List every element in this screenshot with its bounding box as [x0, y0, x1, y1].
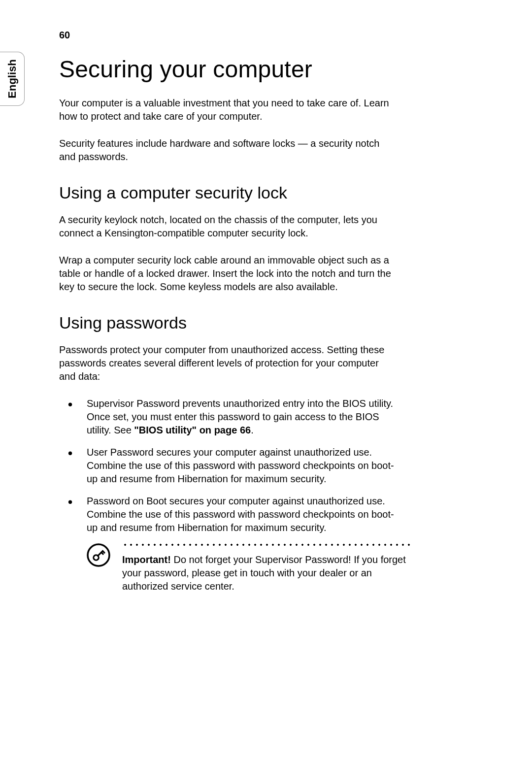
- dotted-divider: [122, 543, 414, 546]
- list-item-text: Password on Boot secures your computer a…: [87, 496, 394, 533]
- page-number: 60: [59, 30, 473, 41]
- svg-line-3: [101, 552, 103, 554]
- note-body: Important! Do not forget your Supervisor…: [122, 543, 414, 593]
- section-heading: Using passwords: [59, 313, 473, 332]
- language-tab-label: English: [6, 59, 19, 98]
- section-heading: Using a computer security lock: [59, 183, 473, 202]
- key-icon: [87, 543, 110, 567]
- cross-reference: "BIOS utility" on page 66: [134, 425, 251, 435]
- intro-paragraph: Security features include hardware and s…: [59, 137, 394, 164]
- note-lead: Important!: [122, 554, 171, 565]
- list-item-suffix: .: [251, 425, 254, 435]
- intro-paragraph: Your computer is a valuable investment t…: [59, 97, 394, 123]
- list-item: Supervisor Password prevents unauthorize…: [59, 397, 404, 437]
- svg-line-4: [102, 551, 104, 553]
- important-note: Important! Do not forget your Supervisor…: [59, 543, 414, 593]
- language-tab: English: [0, 52, 25, 106]
- list-item: Password on Boot secures your computer a…: [59, 495, 404, 534]
- note-text: Important! Do not forget your Supervisor…: [122, 553, 414, 593]
- body-paragraph: Passwords protect your computer from una…: [59, 343, 394, 383]
- list-item: User Password secures your computer agai…: [59, 446, 404, 486]
- document-page: English 60 Securing your computer Your c…: [0, 0, 532, 763]
- bullet-list: Supervisor Password prevents unauthorize…: [59, 397, 473, 534]
- page-title: Securing your computer: [59, 56, 473, 83]
- body-paragraph: Wrap a computer security lock cable arou…: [59, 254, 394, 294]
- list-item-text: User Password secures your computer agai…: [87, 447, 394, 484]
- body-paragraph: A security keylock notch, located on the…: [59, 213, 394, 240]
